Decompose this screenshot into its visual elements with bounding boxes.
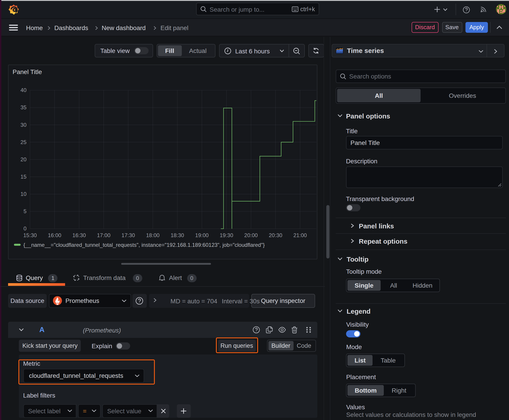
svg-text:20:00: 20:00 <box>244 232 258 238</box>
svg-text:18:00: 18:00 <box>146 232 160 238</box>
svg-text:5: 5 <box>23 208 26 214</box>
svg-text:16:30: 16:30 <box>73 232 86 238</box>
svg-text:10: 10 <box>20 191 26 197</box>
svg-text:20: 20 <box>20 156 26 162</box>
svg-text:40: 40 <box>20 87 26 93</box>
svg-text:30: 30 <box>20 122 26 128</box>
svg-text:25: 25 <box>20 139 26 145</box>
svg-text:15: 15 <box>20 173 26 180</box>
svg-text:21:00: 21:00 <box>293 232 307 238</box>
svg-text:17:30: 17:30 <box>122 232 135 238</box>
svg-text:35: 35 <box>20 104 26 110</box>
svg-text:0: 0 <box>23 225 26 231</box>
svg-text:20:30: 20:30 <box>269 232 282 238</box>
svg-text:19:30: 19:30 <box>220 232 233 238</box>
svg-text:16:00: 16:00 <box>48 232 61 238</box>
svg-text:15:30: 15:30 <box>23 232 37 238</box>
svg-text:17:00: 17:00 <box>97 232 110 238</box>
svg-text:18:30: 18:30 <box>171 232 184 238</box>
svg-text:{__name__="cloudflared_tunnel_: {__name__="cloudflared_tunnel_total_requ… <box>23 242 265 248</box>
svg-text:19:00: 19:00 <box>195 232 209 238</box>
